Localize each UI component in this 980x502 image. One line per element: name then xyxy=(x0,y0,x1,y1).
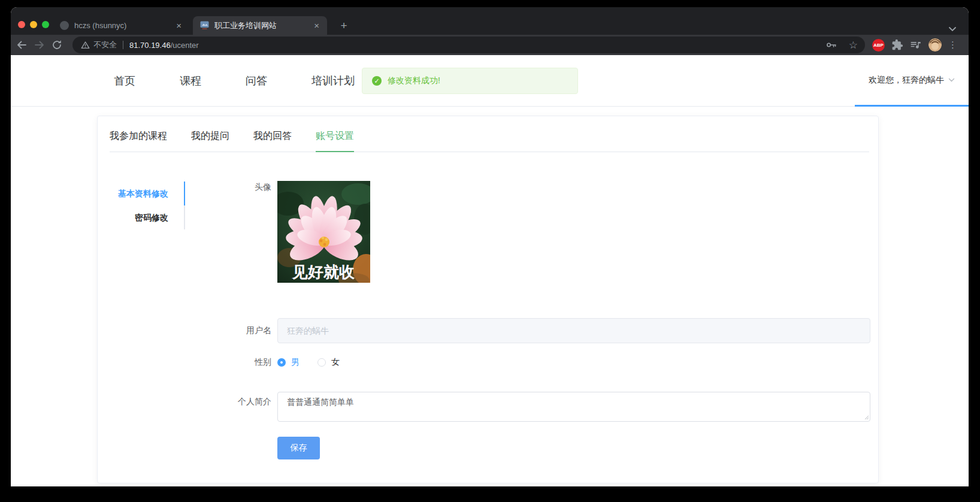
url-path: /ucenter xyxy=(171,41,199,50)
toolbar-extensions: ABP ⋮ xyxy=(872,38,957,52)
tab-my-courses[interactable]: 我参加的课程 xyxy=(110,130,167,152)
sidebar-item-basic-info[interactable]: 基本资料修改 xyxy=(98,182,185,205)
bio-textarea[interactable]: 普普通通简简单单 xyxy=(277,392,870,422)
github-favicon xyxy=(60,21,69,30)
tab-title: hczs (hsunnyc) xyxy=(74,21,174,30)
radio-male-label[interactable]: 男 xyxy=(291,357,300,368)
close-window-button[interactable] xyxy=(18,21,25,28)
sidebar-item-change-password[interactable]: 密码修改 xyxy=(98,205,185,229)
reload-button[interactable] xyxy=(52,40,69,50)
site-header: 首页 课程 问答 培训计划 ✓ 修改资料成功! 欢迎您，狂奔的蜗牛 xyxy=(11,55,969,107)
adblock-extension-icon[interactable]: ABP xyxy=(872,39,885,52)
site-favicon xyxy=(200,21,209,30)
user-center-card: 我参加的课程 我的提问 我的回答 账号设置 基本资料修改 密码修改 头像 xyxy=(97,116,879,483)
omnibox-divider xyxy=(123,41,123,49)
main-nav: 首页 课程 问答 培训计划 xyxy=(114,55,355,107)
tab-search-chevron-icon[interactable] xyxy=(948,26,957,32)
bio-label: 个人简介 xyxy=(193,392,271,422)
bio-row: 个人简介 普普通通简简单单 xyxy=(193,392,870,422)
sidebar-active-indicator xyxy=(184,182,185,205)
security-chip[interactable]: 不安全 xyxy=(93,40,117,50)
bookmark-star-icon[interactable]: ☆ xyxy=(849,40,858,50)
settings-sidebar: 基本资料修改 密码修改 xyxy=(98,182,185,229)
profile-form: 头像 xyxy=(193,116,876,484)
back-arrow-icon xyxy=(16,40,28,50)
forward-arrow-icon xyxy=(34,40,46,50)
avatar-caption-text: 见好就收 xyxy=(292,263,355,281)
username-label: 用户名 xyxy=(193,325,271,336)
browser-tab-hczs[interactable]: hczs (hsunnyc) × xyxy=(53,16,189,35)
success-alert: ✓ 修改资料成功! xyxy=(362,68,578,94)
username-row: 用户名 xyxy=(193,318,870,343)
gender-label: 性别 xyxy=(193,357,271,368)
tab-title: 职工业务培训网站 xyxy=(214,20,312,31)
avatar-label: 头像 xyxy=(193,181,271,283)
browser-menu-icon[interactable]: ⋮ xyxy=(948,40,957,50)
radio-female[interactable] xyxy=(317,358,326,367)
save-row: 保存 xyxy=(193,437,320,459)
playlist-music-extension-icon[interactable] xyxy=(910,39,922,51)
fullscreen-window-button[interactable] xyxy=(42,21,49,28)
nav-item-courses[interactable]: 课程 xyxy=(180,74,201,88)
bio-textarea-wrap: 普普通通简简单单 xyxy=(277,392,870,422)
avatar-image[interactable]: 见好就收 xyxy=(277,181,370,283)
radio-male[interactable] xyxy=(277,358,286,367)
url-host: 81.70.19.46 xyxy=(129,41,171,50)
browser-window: hczs (hsunnyc) × 职工业务培训网站 × + xyxy=(11,7,969,486)
browser-tab-training-site[interactable]: 职工业务培训网站 × xyxy=(193,16,327,35)
reload-icon xyxy=(52,40,62,50)
new-tab-button[interactable]: + xyxy=(338,20,350,32)
forward-button[interactable] xyxy=(34,40,52,50)
profile-avatar[interactable] xyxy=(928,38,942,52)
browser-toolbar: 不安全 81.70.19.46 /ucenter ☆ ABP xyxy=(11,35,969,55)
traffic-lights xyxy=(18,21,49,28)
page-content: 首页 课程 问答 培训计划 ✓ 修改资料成功! 欢迎您，狂奔的蜗牛 我参加的课程… xyxy=(11,55,969,486)
gender-radio-group: 男 女 xyxy=(277,357,340,368)
extensions-puzzle-icon[interactable] xyxy=(891,39,903,51)
avatar-row: 头像 xyxy=(193,181,370,283)
gender-row: 性别 男 女 xyxy=(193,356,340,369)
nav-item-qa[interactable]: 问答 xyxy=(246,74,267,88)
not-secure-warning-icon xyxy=(81,41,90,49)
save-button[interactable]: 保存 xyxy=(277,437,320,459)
tab-close-icon[interactable]: × xyxy=(174,20,183,31)
minimize-window-button[interactable] xyxy=(30,21,37,28)
tab-close-icon[interactable]: × xyxy=(312,20,321,31)
tab-strip: hczs (hsunnyc) × 职工业务培训网站 × + xyxy=(11,7,969,35)
nav-item-home[interactable]: 首页 xyxy=(114,74,135,88)
chevron-down-icon xyxy=(948,78,955,82)
password-key-icon[interactable] xyxy=(826,40,837,50)
back-button[interactable] xyxy=(16,40,34,50)
success-alert-text: 修改资料成功! xyxy=(388,75,440,86)
user-menu[interactable]: 欢迎您，狂奔的蜗牛 xyxy=(855,55,969,107)
profile-avatar-image xyxy=(928,38,942,52)
username-input[interactable] xyxy=(277,318,870,343)
success-check-icon: ✓ xyxy=(372,76,382,86)
nav-item-training-plan[interactable]: 培训计划 xyxy=(311,74,355,88)
radio-female-label[interactable]: 女 xyxy=(331,357,340,368)
address-bar[interactable]: 不安全 81.70.19.46 /ucenter ☆ xyxy=(72,37,865,53)
welcome-text: 欢迎您，狂奔的蜗牛 xyxy=(869,75,944,86)
